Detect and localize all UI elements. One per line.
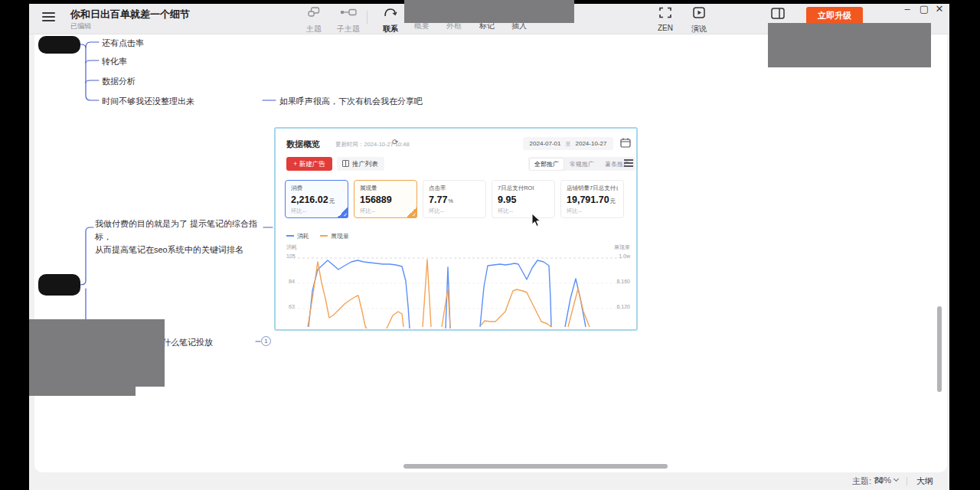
metric-compare: 环比-- [567, 207, 618, 215]
promo-list-button[interactable]: 推广列表 [337, 157, 384, 171]
panel-toggle-icon[interactable] [771, 8, 785, 19]
paid-text-line1: 我做付费的目的就是为了 提示笔记的综合指标， [95, 217, 271, 243]
mindmap-note[interactable]: 如果呼声很高，下次有机会我在分享吧 [279, 96, 423, 107]
legend-item-impressions[interactable]: 展现量 [320, 232, 349, 240]
metric-card-spend[interactable]: 消费 2,216.02元 环比-- ✓ [285, 180, 348, 218]
promo-list-label: 推广列表 [352, 160, 378, 168]
metric-label: 展现量 [360, 185, 411, 192]
left-axis-label: 消耗 [286, 243, 297, 251]
statusbar-divider [866, 477, 867, 485]
mindmap-item-no-time[interactable]: 时间不够我还没整理出来 [102, 96, 194, 107]
metric-value: 7.77 [429, 194, 447, 205]
present-play-icon [693, 7, 705, 18]
metric-value: 9.95 [498, 194, 516, 205]
document-title: 你和日出百单就差一个细节 [70, 8, 190, 21]
selected-check-icon: ✓ [337, 207, 348, 218]
present-button[interactable]: 演说 [686, 7, 712, 34]
dashboard-title: 数据概览 [286, 139, 320, 150]
metric-unit: % [448, 198, 453, 204]
redaction-box-toolbar [404, 0, 574, 23]
horizontal-scrollbar[interactable] [403, 464, 668, 469]
metric-label: 店铺销量7日总支付金额 [567, 185, 618, 192]
new-ad-button[interactable]: + 新建广告 [286, 157, 332, 171]
legend-dash [320, 235, 328, 237]
zen-label: ZEN [653, 24, 678, 32]
metric-label: 点击率 [429, 185, 480, 192]
chevron-down-icon [893, 476, 899, 482]
mindmap-item-note-campaign[interactable]: 什么笔记投放 [162, 337, 213, 348]
metric-list-icon[interactable] [624, 159, 633, 168]
zen-icon [659, 7, 671, 18]
redaction-box-bottom-left [29, 319, 165, 387]
tab-regular-promo[interactable]: 常规推广 [565, 158, 599, 170]
legend-dash [286, 235, 294, 237]
vertical-scrollbar[interactable] [937, 306, 942, 392]
zoom-level-control[interactable]: 80% [874, 475, 898, 485]
redacted-topic-node[interactable] [38, 36, 80, 54]
zen-mode-button[interactable]: ZEN [653, 7, 678, 32]
date-start: 2024-07-01 [530, 140, 561, 147]
paid-text-line2: 从而提高笔记在seo系统中的关键词排名 [95, 243, 271, 256]
mouse-cursor [531, 213, 541, 227]
metric-label: 7日总支付ROI [498, 185, 549, 192]
metric-unit: 元 [329, 198, 335, 204]
toolbar-relation-label: 联系 [377, 24, 404, 34]
subtopic-icon [340, 7, 357, 18]
window-close-button[interactable]: ✕ [933, 3, 946, 15]
mindmap-item-ctr[interactable]: 还有点击率 [102, 38, 144, 49]
relation-icon [384, 7, 397, 18]
topic-icon [308, 7, 320, 18]
legend-item-spend[interactable]: 消耗 [286, 232, 309, 240]
outline-button[interactable]: 大纲 [916, 475, 933, 487]
date-range-picker[interactable]: 2024-07-01 至 2024-10-27 [523, 137, 613, 150]
metric-value: 156889 [360, 194, 392, 205]
refresh-icon[interactable]: ⟳ [392, 138, 398, 146]
date-separator: 至 [566, 140, 571, 148]
dashboard-image-node[interactable]: 数据概览 更新时间：2024-10-27 10:48 ⟳ 2024-07-01 … [274, 127, 638, 331]
redaction-box-bottom-left-step [29, 387, 136, 396]
redaction-box-top-right [768, 23, 931, 67]
metric-label: 消费 [291, 185, 342, 192]
mindmap-item-conversion[interactable]: 转化率 [102, 56, 127, 67]
grid-icon [342, 160, 349, 167]
upgrade-button[interactable]: 立即升级 [806, 7, 863, 24]
metric-value: 2,216.02 [291, 194, 328, 205]
metric-compare: 环比-- [429, 207, 480, 215]
metric-value: 19,791.70 [567, 194, 609, 205]
metric-unit: 元 [610, 198, 616, 204]
document-save-status: 已编辑 [70, 21, 91, 31]
metric-card-ctr[interactable]: 点击率 7.77% 环比-- [423, 180, 486, 218]
metric-card-impressions[interactable]: 展现量 156889 环比-- ✓ [354, 180, 417, 218]
hamburger-menu-icon[interactable] [42, 12, 55, 22]
toolbar-topic-label: 主题 [300, 24, 328, 34]
promo-filter-tabs: 全部推广 常规推广 薯条推广 [528, 157, 635, 171]
metric-cards-row: 消费 2,216.02元 环比-- ✓ 展现量 156889 环比-- ✓ 点击… [285, 180, 630, 218]
metric-compare: 环比-- [360, 207, 411, 215]
toolbar-subtopic-button[interactable]: 子主题 [331, 7, 366, 34]
window-minimize-button[interactable]: – [900, 3, 914, 15]
window-maximize-button[interactable]: ▢ [917, 3, 931, 15]
tab-all-promo[interactable]: 全部推广 [530, 158, 564, 170]
mindmap-item-analysis[interactable]: 数据分析 [102, 76, 136, 87]
mindmap-paid-purpose-text[interactable]: 我做付费的目的就是为了 提示笔记的综合指标， 从而提高笔记在seo系统中的关键词… [95, 217, 271, 256]
metric-compare: 环比-- [291, 207, 342, 215]
toolbar-topic-button[interactable]: 主题 [300, 7, 328, 34]
toolbar-relation-button[interactable]: 联系 [377, 7, 404, 34]
toolbar-subtopic-label: 子主题 [331, 24, 366, 34]
redacted-topic-node[interactable] [38, 274, 80, 296]
date-end: 2024-10-27 [576, 140, 607, 147]
statusbar-divider [906, 477, 907, 485]
calendar-icon[interactable] [620, 138, 631, 148]
line-chart [289, 253, 626, 329]
selected-check-icon: ✓ [406, 207, 417, 218]
metric-card-payment-amount[interactable]: 店铺销量7日总支付金额 19,791.70元 环比-- [560, 180, 624, 218]
chart-legend: 消耗 展现量 [286, 232, 349, 240]
right-axis-label: 展现量 [614, 243, 630, 251]
topic-count-badge[interactable]: 1 [261, 336, 271, 346]
metric-card-roi[interactable]: 7日总支付ROI 9.95 环比-- [492, 180, 555, 218]
present-label: 演说 [686, 24, 712, 34]
toolbar-divider [367, 11, 368, 24]
